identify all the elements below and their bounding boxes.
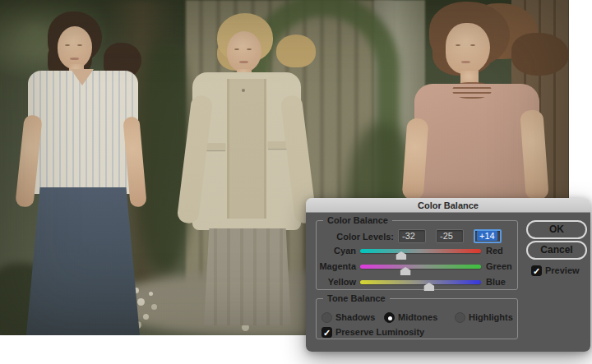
preview-checkbox-row[interactable]: Preview bbox=[531, 265, 589, 276]
magenta-label: Magenta bbox=[317, 261, 356, 271]
blue-label: Blue bbox=[486, 277, 506, 287]
cancel-button[interactable]: Cancel bbox=[526, 241, 587, 260]
dialog-titlebar[interactable]: Color Balance bbox=[306, 198, 590, 213]
yellow-blue-slider-thumb[interactable] bbox=[423, 283, 434, 291]
yellow-blue-slider-track[interactable] bbox=[360, 280, 481, 284]
magenta-green-slider-track[interactable] bbox=[360, 265, 481, 269]
preview-label: Preview bbox=[545, 265, 580, 275]
midtones-radio-icon[interactable] bbox=[384, 312, 395, 323]
red-label: Red bbox=[486, 246, 503, 256]
midtones-label: Midtones bbox=[398, 312, 437, 322]
dialog-title: Color Balance bbox=[418, 200, 479, 210]
color-balance-group-legend: Color Balance bbox=[323, 215, 392, 225]
color-balance-group: Color Balance Color Levels: -32 -25 +14 … bbox=[316, 220, 518, 290]
cyan-red-slider-row: Cyan Red bbox=[317, 245, 519, 256]
magenta-green-slider-row: Magenta Green bbox=[317, 260, 519, 272]
cyan-red-slider-thumb[interactable] bbox=[395, 251, 406, 260]
tone-balance-group-legend: Tone Balance bbox=[323, 293, 390, 303]
preserve-luminosity-checkbox[interactable] bbox=[321, 327, 332, 338]
color-balance-dialog: Color Balance Color Balance Color Levels… bbox=[306, 198, 590, 352]
cyan-label: Cyan bbox=[317, 246, 356, 256]
dialog-body: Color Balance Color Levels: -32 -25 +14 … bbox=[306, 213, 590, 352]
magenta-green-slider-thumb[interactable] bbox=[400, 267, 411, 275]
green-label: Green bbox=[486, 261, 512, 271]
preserve-luminosity-checkbox-row[interactable]: Preserve Luminosity bbox=[321, 326, 424, 338]
color-level-input-2[interactable]: -25 bbox=[436, 229, 464, 243]
ok-button[interactable]: OK bbox=[526, 220, 587, 239]
selected-text: +14 bbox=[477, 231, 497, 241]
radio-highlights[interactable]: Highlights bbox=[455, 311, 513, 323]
color-levels-label: Color Levels: bbox=[317, 232, 394, 242]
yellow-blue-slider-row: Yellow Blue bbox=[317, 276, 519, 288]
color-level-input-1[interactable]: -32 bbox=[398, 229, 426, 243]
screenshot-stage: Color Balance Color Balance Color Levels… bbox=[0, 0, 592, 364]
shadows-label: Shadows bbox=[335, 312, 375, 322]
radio-shadows[interactable]: Shadows bbox=[321, 311, 375, 323]
preview-checkbox[interactable] bbox=[531, 265, 542, 276]
highlights-label: Highlights bbox=[469, 312, 513, 322]
preserve-luminosity-label: Preserve Luminosity bbox=[335, 327, 424, 337]
cyan-red-slider-track[interactable] bbox=[360, 249, 481, 253]
radio-midtones[interactable]: Midtones bbox=[384, 311, 437, 323]
tone-balance-group: Tone Balance Shadows Midtones Highlights… bbox=[316, 298, 518, 339]
yellow-label: Yellow bbox=[317, 277, 356, 287]
color-level-input-3[interactable]: +14 bbox=[474, 229, 502, 243]
highlights-radio-icon[interactable] bbox=[455, 312, 465, 323]
shadows-radio-icon[interactable] bbox=[321, 312, 332, 323]
